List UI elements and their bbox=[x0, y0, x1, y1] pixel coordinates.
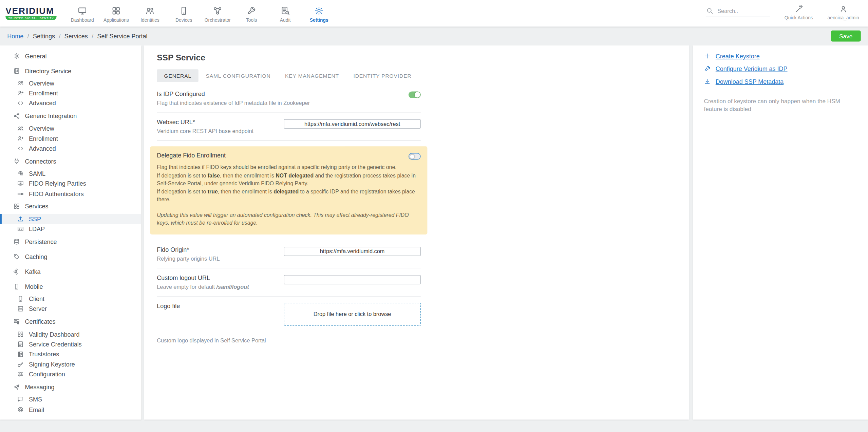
field-logo-file: Logo file Drop file here or click to bro… bbox=[157, 297, 421, 332]
configure-veridium-as-idp-link[interactable]: Configure Veridium as IDP bbox=[704, 65, 857, 72]
download-ssp-metadata-link[interactable]: Download SSP Metadata bbox=[704, 78, 857, 85]
sidebar-item-label: Advanced bbox=[29, 100, 56, 107]
action-links: Create KeystoreConfigure Veridium as IDP… bbox=[704, 53, 857, 85]
sidebar-item-mobile[interactable]: Mobile bbox=[0, 279, 141, 294]
field-description: Leave empty for default /saml/logout bbox=[157, 284, 249, 290]
sidebar-item-fido-relying-parties[interactable]: FIDO Relying Parties bbox=[0, 179, 141, 189]
sidebar-item-ldap[interactable]: LDAP bbox=[0, 224, 141, 234]
sidebar-item-ssp[interactable]: SSP bbox=[0, 214, 141, 224]
sidebar-item-enrollment[interactable]: Enrollment bbox=[0, 88, 141, 98]
sidebar-item-label: LDAP bbox=[29, 226, 45, 232]
quick-actions-button[interactable]: Quick Actions bbox=[785, 5, 813, 22]
tab-key-management[interactable]: KEY MANAGEMENT bbox=[278, 69, 346, 82]
list-icon bbox=[17, 341, 24, 348]
sidebar-item-configuration[interactable]: Configuration bbox=[0, 369, 141, 379]
sidebar-item-label: Services bbox=[25, 203, 49, 210]
create-keystore-link[interactable]: Create Keystore bbox=[704, 53, 857, 59]
field-custom-logout-url: Custom logout URL Leave empty for defaul… bbox=[157, 268, 421, 296]
nav-item-audit[interactable]: Audit bbox=[268, 4, 302, 22]
breadcrumb-settings[interactable]: Settings bbox=[33, 33, 55, 39]
database-icon bbox=[13, 238, 20, 245]
sidebar-item-label: Truststores bbox=[29, 351, 59, 358]
sidebar-item-service-credentials[interactable]: Service Credentials bbox=[0, 339, 141, 349]
nav-item-devices[interactable]: Devices bbox=[167, 4, 201, 22]
sidebar-item-label: Overview bbox=[29, 125, 54, 132]
nav-item-applications[interactable]: Applications bbox=[99, 4, 133, 22]
tab-general[interactable]: GENERAL bbox=[157, 69, 199, 82]
sidebar-item-label: Enrollment bbox=[29, 135, 58, 142]
sidebar-item-certificates[interactable]: Certificates bbox=[0, 314, 141, 329]
sidebar-item-label: Mobile bbox=[25, 283, 43, 290]
breadcrumb-home[interactable]: Home bbox=[7, 33, 23, 39]
nav-item-label: Tools bbox=[246, 17, 257, 22]
sidebar-item-generic-integration[interactable]: Generic Integration bbox=[0, 108, 141, 123]
sidebar-item-server[interactable]: Server bbox=[0, 304, 141, 314]
is-idp-configured-toggle[interactable] bbox=[409, 92, 421, 98]
grid-icon bbox=[17, 331, 24, 337]
sidebar-item-client[interactable]: Client bbox=[0, 294, 141, 304]
top-right-tools: Quick Actions aencica_admin bbox=[706, 5, 868, 22]
breadcrumb-services[interactable]: Services bbox=[64, 33, 88, 39]
sidebar-item-caching[interactable]: Caching bbox=[0, 249, 141, 264]
wrench-icon bbox=[247, 6, 256, 15]
sidebar-item-saml[interactable]: SAML bbox=[0, 169, 141, 179]
sidebar-item-advanced[interactable]: Advanced bbox=[0, 98, 141, 109]
sliders-icon bbox=[17, 371, 24, 378]
field-websec-url: Websec URL* Veridium core REST API base … bbox=[157, 113, 421, 141]
nav-item-label: Settings bbox=[310, 17, 328, 22]
nav-item-orchestrator[interactable]: Orchestrator bbox=[201, 4, 234, 22]
sidebar-item-overview[interactable]: Overview bbox=[0, 78, 141, 88]
breadcrumb-separator: / bbox=[59, 33, 60, 39]
user-menu[interactable]: aencica_admin bbox=[827, 5, 859, 22]
sidebar-item-kafka[interactable]: Kafka bbox=[0, 264, 141, 279]
logo-dropzone[interactable]: Drop file here or click to browse bbox=[284, 303, 420, 326]
brand-name: VERIDIUM bbox=[5, 6, 54, 15]
nav-item-settings[interactable]: Settings bbox=[302, 4, 336, 22]
gear-icon bbox=[314, 6, 324, 15]
sidebar-item-persistence[interactable]: Persistence bbox=[0, 234, 141, 249]
sidebar-item-sms[interactable]: SMS bbox=[0, 394, 141, 405]
sidebar-item-label: Connectors bbox=[25, 158, 56, 165]
sidebar-item-advanced[interactable]: Advanced bbox=[0, 144, 141, 154]
tab-identity-provider[interactable]: IDENTITY PROVIDER bbox=[346, 69, 419, 82]
hub-icon bbox=[13, 268, 20, 275]
sidebar-item-directory-service[interactable]: Directory Service bbox=[0, 63, 141, 78]
sidebar-item-connectors[interactable]: Connectors bbox=[0, 154, 141, 169]
key-icon bbox=[17, 361, 24, 368]
sidebar-item-label: Email bbox=[29, 406, 44, 413]
search-input[interactable] bbox=[717, 8, 770, 14]
custom-logout-url-input[interactable] bbox=[284, 275, 420, 284]
gear-icon bbox=[13, 52, 20, 59]
sidebar-item-truststores[interactable]: Truststores bbox=[0, 349, 141, 359]
tab-saml-configuration[interactable]: SAML CONFIGURATION bbox=[199, 69, 278, 82]
sidebar-item-general[interactable]: General bbox=[0, 48, 141, 63]
users-icon bbox=[17, 80, 24, 87]
wand-icon bbox=[795, 5, 803, 14]
delegate-fido-header: Delegate Fido Enrollment bbox=[157, 152, 421, 160]
page-layout: GeneralDirectory ServiceOverviewEnrollme… bbox=[0, 45, 868, 420]
sidebar-item-validity-dashboard[interactable]: Validity Dashboard bbox=[0, 329, 141, 339]
sidebar-item-label: Generic Integration bbox=[25, 113, 77, 119]
book-icon bbox=[17, 351, 24, 358]
sidebar-item-overview[interactable]: Overview bbox=[0, 124, 141, 134]
users-icon bbox=[17, 125, 24, 132]
sidebar-item-services[interactable]: Services bbox=[0, 199, 141, 214]
nav-item-dashboard[interactable]: Dashboard bbox=[65, 4, 99, 22]
sidebar-item-signing-keystore[interactable]: Signing Keystore bbox=[0, 359, 141, 369]
action-link-label: Configure Veridium as IDP bbox=[716, 65, 788, 72]
action-link-label: Download SSP Metadata bbox=[716, 78, 784, 85]
user-plus-icon bbox=[17, 90, 24, 97]
sidebar-item-messaging[interactable]: Messaging bbox=[0, 379, 141, 394]
sidebar-item-fido-authenticators[interactable]: FIDO Authenticators bbox=[0, 189, 141, 199]
save-button[interactable]: Save bbox=[831, 31, 861, 42]
delegate-fido-toggle[interactable] bbox=[409, 153, 421, 160]
nav-item-label: Audit bbox=[280, 17, 291, 22]
actions-panel: Create KeystoreConfigure Veridium as IDP… bbox=[693, 45, 868, 420]
sidebar-item-email[interactable]: Email bbox=[0, 405, 141, 415]
fido-origin-input[interactable] bbox=[284, 247, 420, 256]
websec-url-input[interactable] bbox=[284, 119, 420, 129]
nav-item-identities[interactable]: Identities bbox=[133, 4, 167, 22]
nav-item-tools[interactable]: Tools bbox=[234, 4, 268, 22]
breadcrumb-self-service-portal: Self Service Portal bbox=[97, 33, 148, 39]
sidebar-item-enrollment[interactable]: Enrollment bbox=[0, 133, 141, 144]
